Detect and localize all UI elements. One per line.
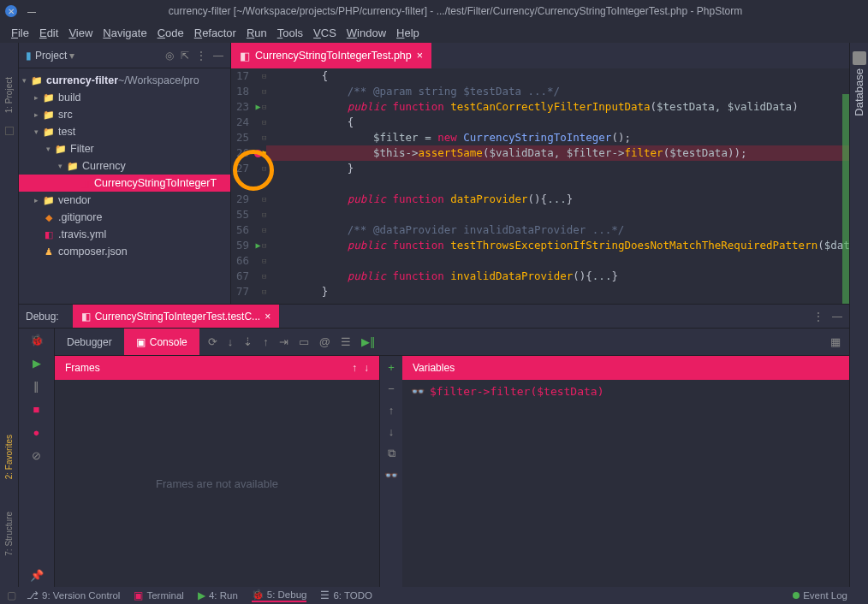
close-icon[interactable]: × [265, 311, 271, 323]
pin-icon[interactable]: 📌 [30, 569, 44, 582]
status-run[interactable]: ▶4: Run [198, 589, 238, 601]
tools-icon[interactable]: ▢ [7, 589, 16, 601]
down-icon[interactable]: ↓ [389, 425, 395, 438]
menu-refactor[interactable]: Refactor [190, 25, 241, 41]
next-frame-icon[interactable]: ↓ [364, 362, 369, 374]
status-vcs[interactable]: ⎇9: Version Control [27, 589, 120, 601]
run-arrow-icon[interactable]: ▶ [256, 99, 261, 115]
menu-vcs[interactable]: VCS [309, 25, 341, 41]
dropdown-icon[interactable]: ▾ [69, 50, 74, 62]
remove-watch-icon[interactable]: − [388, 382, 395, 395]
tree-node-composer-json[interactable]: ♟composer.json [19, 243, 230, 260]
force-step-icon[interactable]: ⇣ [243, 335, 253, 348]
tool-database[interactable]: Database [853, 68, 865, 116]
hide-icon[interactable]: — [832, 311, 842, 323]
window-minimize-icon[interactable]: — [26, 5, 38, 17]
watch-glasses-icon: 👓 [411, 385, 425, 398]
menu-code[interactable]: Code [153, 25, 188, 41]
glasses-icon[interactable]: 👓 [384, 469, 398, 482]
run-arrow-icon[interactable]: ▶ [256, 238, 261, 253]
close-tab-icon[interactable]: × [417, 50, 423, 62]
project-tree: ▾📁currency-filter ~/Workspace/pro▸📁build… [19, 68, 230, 264]
project-header[interactable]: Project [35, 50, 67, 62]
menu-run[interactable]: Run [242, 25, 271, 41]
vars-label: Variables [413, 362, 455, 374]
status-todo[interactable]: ☰6: TODO [320, 589, 372, 601]
editor-tab[interactable]: ◧ CurrencyStringToIntegerTest.php × [231, 43, 431, 68]
frames-empty: Frames are not available [55, 380, 379, 587]
pause-icon[interactable]: ‖ [33, 380, 39, 393]
target-icon[interactable]: ◎ [165, 50, 174, 62]
watch-expression[interactable]: $filter->filter($testData) [430, 385, 604, 398]
run-to-cursor-icon[interactable]: ⇥ [279, 335, 288, 348]
add-watch-icon[interactable]: + [388, 361, 395, 374]
tree-node-filter[interactable]: ▾📁Filter [19, 140, 230, 157]
options-icon[interactable]: ⋮ [813, 311, 823, 323]
tool-favorites[interactable]: 2: Favorites [4, 435, 14, 479]
project-icon: ▮ [26, 50, 32, 62]
mute-bp-icon[interactable]: ⊘ [32, 449, 41, 462]
continue-icon[interactable]: ▶‖ [361, 335, 376, 348]
prev-frame-icon[interactable]: ↑ [352, 362, 357, 374]
breakpoint-icon[interactable]: ● [33, 426, 40, 439]
menu-tools[interactable]: Tools [273, 25, 307, 41]
step-over-icon[interactable]: ⟳ [208, 335, 217, 348]
side-sep-icon [5, 127, 14, 135]
tree-node-test[interactable]: ▾📁test [19, 123, 230, 140]
status-terminal[interactable]: ▣Terminal [134, 589, 183, 601]
up-icon[interactable]: ↑ [389, 404, 395, 417]
resume-icon[interactable]: ▶ [33, 357, 41, 370]
tree-node--gitignore[interactable]: ◆.gitignore [19, 209, 230, 226]
vars-header: Variables [402, 356, 849, 380]
menu-file[interactable]: File [7, 25, 33, 41]
menu-navigate[interactable]: Navigate [98, 25, 151, 41]
list-icon[interactable]: ☰ [341, 335, 351, 348]
debug-header: Debug: [26, 311, 59, 323]
tree-node-build[interactable]: ▸📁build [19, 89, 230, 106]
status-event-log[interactable]: Event Log [793, 590, 847, 601]
bug-icon[interactable]: 🐞 [30, 334, 44, 346]
menu-bar: FileEditViewNavigateCodeRefactorRunTools… [0, 22, 868, 43]
evaluate-icon[interactable]: @ [319, 335, 330, 348]
menu-help[interactable]: Help [392, 25, 424, 41]
menu-view[interactable]: View [64, 25, 97, 41]
tree-node-src[interactable]: ▸📁src [19, 106, 230, 123]
step-out-icon[interactable]: ↑ [263, 335, 269, 348]
tree-node-vendor[interactable]: ▸📁vendor [19, 192, 230, 209]
stop-icon[interactable]: ■ [33, 403, 40, 416]
code-editor[interactable]: 1718232425262729555659666777▶▶⊟⊟⊟⊟⊟⚑⊟⊟⊟⊟… [231, 68, 849, 304]
menu-edit[interactable]: Edit [35, 25, 62, 41]
window-close-icon[interactable]: ✕ [5, 5, 17, 17]
project-panel: ▮ Project ▾ ◎ ⇱ ⋮ — ▾📁currency-filter ~/… [19, 43, 231, 304]
tool-project[interactable]: 1: Project [4, 77, 14, 113]
file-icon: ◧ [81, 311, 91, 323]
tool-structure[interactable]: 7: Structure [4, 512, 14, 556]
database-icon[interactable] [853, 51, 866, 65]
copy-icon[interactable]: ⧉ [388, 447, 395, 460]
collapse-icon[interactable]: ⇱ [181, 50, 189, 62]
file-icon: ◧ [240, 50, 250, 62]
status-debug[interactable]: 🐞5: Debug [252, 589, 307, 602]
options-icon[interactable]: ⋮ [196, 50, 206, 62]
editor-scrollbar[interactable] [842, 94, 849, 304]
layout-icon[interactable]: ▦ [830, 335, 841, 348]
tab-console[interactable]: ▣ Console [124, 329, 199, 355]
breakpoint-dot[interactable] [254, 150, 262, 157]
console-icon: ▣ [136, 336, 146, 348]
hide-icon[interactable]: — [213, 50, 223, 62]
frames-label: Frames [65, 362, 100, 374]
window-title: currency-filter [~/Workspace/projects/PH… [48, 5, 863, 17]
tree-node-currencystringtointegert[interactable]: ◧CurrencyStringToIntegerT [19, 175, 230, 192]
tree-root[interactable]: ▾📁currency-filter ~/Workspace/pro [19, 72, 230, 89]
menu-window[interactable]: Window [342, 25, 390, 41]
debug-config-tab[interactable]: ◧ CurrencyStringToIntegerTest.testC... × [73, 305, 279, 328]
tree-node-currency[interactable]: ▾📁Currency [19, 157, 230, 175]
tab-debugger[interactable]: Debugger [55, 329, 124, 355]
debug-config-label: CurrencyStringToIntegerTest.testC... [95, 311, 260, 323]
frames-icon[interactable]: ▭ [299, 335, 309, 348]
step-into-icon[interactable]: ↓ [228, 335, 234, 348]
tab-label: CurrencyStringToIntegerTest.php [255, 50, 412, 62]
tree-node--travis-yml[interactable]: ◧.travis.yml [19, 226, 230, 243]
